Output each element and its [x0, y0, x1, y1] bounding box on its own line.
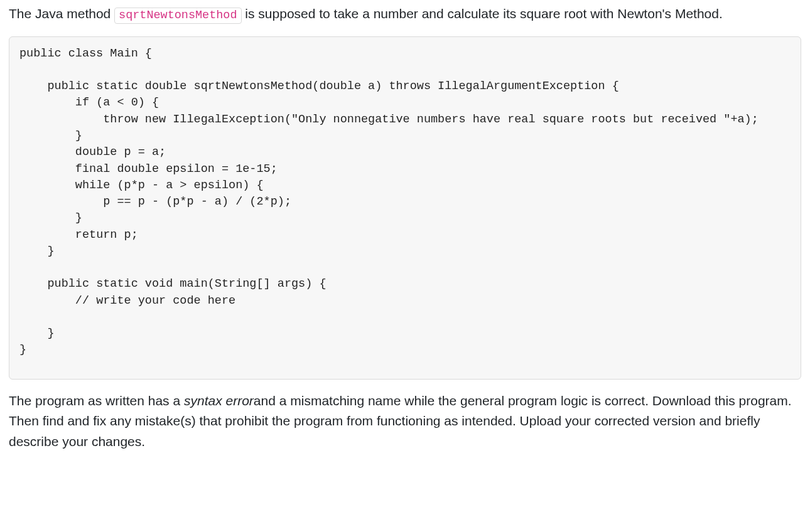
outro-em-syntax-error: syntax error [184, 393, 254, 408]
outro-paragraph: The program as written has a syntax erro… [9, 391, 801, 452]
code-block: public class Main { public static double… [9, 36, 801, 380]
intro-text-pre: The Java method [9, 6, 114, 21]
inline-code-method-name: sqrtNewtonsMethod [114, 8, 241, 24]
intro-text-post: is supposed to take a number and calcula… [242, 6, 723, 21]
intro-paragraph: The Java method sqrtNewtonsMethod is sup… [9, 4, 801, 25]
outro-text-pre: The program as written has a [9, 393, 184, 408]
